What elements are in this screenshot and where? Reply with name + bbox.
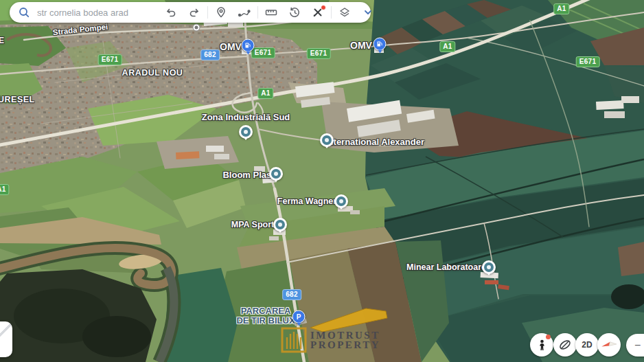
draw-path-icon[interactable] bbox=[233, 3, 256, 22]
pegman-button[interactable] bbox=[530, 333, 553, 357]
measure-ruler-icon[interactable] bbox=[260, 3, 283, 22]
poi-label-omv-1[interactable]: OMV bbox=[220, 41, 242, 52]
poi-marker-international-alexander[interactable] bbox=[320, 133, 334, 147]
history-icon[interactable] bbox=[283, 3, 306, 22]
parking-sign-line2: DE TIR BILUX bbox=[236, 316, 295, 326]
road-shield-e671: E671 bbox=[307, 48, 331, 59]
add-placemark-icon[interactable] bbox=[209, 3, 233, 22]
poi-label-omv-2[interactable]: OMV bbox=[350, 40, 372, 51]
poi-marker-minear-laboratoare[interactable] bbox=[482, 260, 496, 274]
parking-sign-line1: PARCAREA bbox=[236, 306, 295, 316]
poi-label-zona-industriala-sud[interactable]: Zona Industrială Sud bbox=[202, 112, 290, 122]
place-label-muresel: UREȘEL bbox=[0, 95, 35, 104]
orbit-button[interactable] bbox=[553, 333, 577, 357]
drawing-tools-icon[interactable] bbox=[306, 3, 330, 22]
poi-marker-zona-industriala[interactable] bbox=[239, 125, 253, 139]
fuel-station-marker[interactable] bbox=[242, 39, 255, 52]
road-shield-682: 682 bbox=[200, 49, 220, 60]
compass-needle-icon bbox=[600, 339, 618, 350]
road-shield-e671: E671 bbox=[576, 56, 600, 67]
search-input[interactable] bbox=[36, 7, 159, 19]
road-shield-682: 682 bbox=[282, 289, 301, 300]
poi-label-mpa-sport[interactable]: MPA Sport bbox=[231, 220, 275, 229]
fuel-station-marker[interactable] bbox=[373, 38, 387, 51]
parking-marker[interactable]: P bbox=[292, 310, 306, 324]
undo-button[interactable] bbox=[159, 3, 183, 22]
small-poi-marker[interactable] bbox=[193, 24, 200, 32]
poi-label-parcarea-tir-bilux[interactable]: PARCAREA DE TIR BILUX bbox=[236, 306, 295, 326]
redo-button[interactable] bbox=[183, 3, 206, 22]
poi-marker-bloom-plast[interactable] bbox=[269, 167, 283, 181]
road-shield-e671: E671 bbox=[251, 47, 275, 58]
poi-label-ferma-wagner[interactable]: Ferma Wagner bbox=[277, 196, 336, 206]
zoom-out-glyph: − bbox=[634, 339, 641, 352]
road-shield-e671: E671 bbox=[98, 54, 122, 65]
photo-card-partial[interactable] bbox=[0, 321, 12, 357]
toolbar-divider bbox=[207, 6, 208, 19]
collapse-toolbar-icon[interactable] bbox=[356, 3, 380, 22]
notification-dot bbox=[321, 5, 326, 10]
parking-glyph: P bbox=[297, 313, 301, 321]
pegman-icon bbox=[537, 339, 547, 351]
poi-label-international-alexander[interactable]: International Alexander bbox=[325, 137, 424, 147]
fuel-pump-icon bbox=[377, 41, 383, 47]
river-mures bbox=[0, 248, 174, 362]
view-2d-button[interactable]: 2D bbox=[575, 333, 599, 357]
toolbar-divider bbox=[257, 6, 258, 19]
watermark-line1: IMOTRUST bbox=[310, 330, 380, 340]
poi-marker-mpa-sport[interactable] bbox=[273, 218, 287, 231]
search-icon[interactable] bbox=[18, 6, 30, 19]
poi-marker-ferma-wagner[interactable] bbox=[334, 194, 348, 208]
watermark-line2: PROPERTY bbox=[310, 340, 380, 350]
view-2d-label: 2D bbox=[582, 340, 592, 350]
search-bar bbox=[10, 2, 371, 23]
layers-icon[interactable] bbox=[333, 3, 356, 22]
road-shield-a1: A1 bbox=[0, 184, 10, 195]
place-label-partial: E bbox=[0, 36, 4, 45]
fuel-pump-icon bbox=[245, 43, 251, 49]
poi-label-bloom-plast[interactable]: Bloom Plast bbox=[222, 170, 274, 180]
imotrust-logo-icon bbox=[281, 326, 307, 354]
notification-dot bbox=[546, 335, 551, 339]
road-shield-a1: A1 bbox=[439, 41, 455, 52]
poi-label-minear-laboratoare[interactable]: Minear Laboratoare bbox=[406, 262, 486, 272]
road-shield-a1: A1 bbox=[553, 3, 569, 14]
earth-3d-view[interactable]: Strada Pompei E ARADUL NOU UREȘEL OMV OM… bbox=[0, 0, 644, 362]
toolbar-divider bbox=[331, 6, 332, 19]
zoom-out-button[interactable]: − bbox=[626, 334, 644, 357]
place-label-aradul-nou: ARADUL NOU bbox=[122, 68, 183, 78]
road-shield-a1: A1 bbox=[257, 88, 273, 99]
imotrust-watermark: IMOTRUST PROPERTY bbox=[281, 326, 380, 354]
compass-button[interactable] bbox=[597, 333, 621, 357]
orbit-icon bbox=[558, 338, 572, 352]
